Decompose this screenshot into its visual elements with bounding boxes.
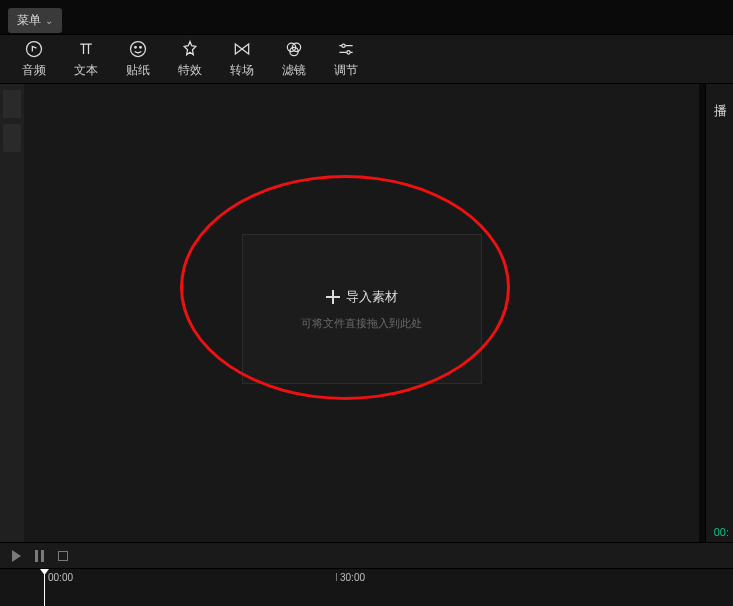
- sidebar-slot[interactable]: [3, 124, 21, 152]
- plus-icon: [326, 290, 340, 304]
- playhead[interactable]: [44, 571, 45, 606]
- timeline-ruler: 00:00 30:00: [44, 573, 733, 585]
- adjust-icon: [336, 39, 356, 59]
- toolbar-item-effects[interactable]: 特效: [164, 34, 216, 84]
- import-label-row: 导入素材: [326, 288, 398, 306]
- player-time: 00:: [714, 526, 729, 538]
- toolbar-label: 调节: [334, 62, 358, 79]
- audio-icon: [24, 39, 44, 59]
- chevron-down-icon: ⌄: [45, 15, 53, 26]
- toolbar-label: 文本: [74, 62, 98, 79]
- sticker-icon: [128, 39, 148, 59]
- transport-bar: [0, 542, 733, 568]
- timeline[interactable]: 00:00 30:00: [0, 568, 733, 606]
- transition-icon: [232, 39, 252, 59]
- toolbar-item-text[interactable]: 文本: [60, 34, 112, 84]
- toolbar-label: 滤镜: [282, 62, 306, 79]
- menu-label: 菜单: [17, 12, 41, 29]
- svg-point-1: [131, 42, 146, 57]
- text-icon: [76, 39, 96, 59]
- toolbar-item-sticker[interactable]: 贴纸: [112, 34, 164, 84]
- toolbar-label: 转场: [230, 62, 254, 79]
- ruler-tick: 30:00: [336, 573, 365, 581]
- svg-point-0: [27, 42, 42, 57]
- import-label: 导入素材: [346, 288, 398, 306]
- svg-point-3: [140, 47, 142, 49]
- player-panel: 播 00:: [705, 84, 733, 542]
- import-hint: 可将文件直接拖入到此处: [301, 316, 422, 331]
- toolbar-item-adjust[interactable]: 调节: [320, 34, 372, 84]
- import-media-dropzone[interactable]: 导入素材 可将文件直接拖入到此处: [242, 234, 482, 384]
- toolbar-label: 特效: [178, 62, 202, 79]
- svg-point-2: [135, 47, 137, 49]
- ruler-tick: 00:00: [44, 573, 73, 581]
- play-icon[interactable]: [12, 550, 21, 562]
- player-tab-label: 播: [714, 102, 727, 120]
- top-toolbar: 音频 文本 贴纸 特效 转场 滤镜 调节: [0, 34, 733, 84]
- media-pane: 导入素材 可将文件直接拖入到此处: [24, 84, 699, 542]
- menu-button[interactable]: 菜单 ⌄: [8, 8, 62, 33]
- toolbar-label: 贴纸: [126, 62, 150, 79]
- stop-icon[interactable]: [58, 551, 68, 561]
- left-sidebar: [0, 84, 24, 542]
- svg-point-8: [347, 51, 350, 54]
- filter-icon: [284, 39, 304, 59]
- effects-icon: [180, 39, 200, 59]
- toolbar-label: 音频: [22, 62, 46, 79]
- toolbar-item-transition[interactable]: 转场: [216, 34, 268, 84]
- toolbar-item-audio[interactable]: 音频: [8, 34, 60, 84]
- main-panel: 导入素材 可将文件直接拖入到此处 播 00:: [0, 84, 733, 542]
- pause-icon[interactable]: [35, 550, 44, 562]
- sidebar-slot[interactable]: [3, 90, 21, 118]
- svg-point-7: [342, 44, 345, 47]
- toolbar-item-filter[interactable]: 滤镜: [268, 34, 320, 84]
